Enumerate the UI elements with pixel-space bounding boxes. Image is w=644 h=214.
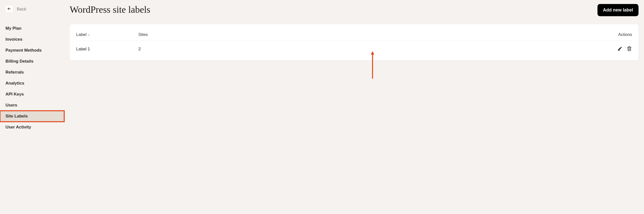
header-row: WordPress site labels Add new label [70, 4, 638, 16]
back-label[interactable]: Back [17, 7, 26, 12]
sidebar-item-api-keys[interactable]: API Keys [0, 89, 64, 100]
sidebar-item-invoices[interactable]: Invoices [0, 34, 64, 45]
sidebar-item-site-labels[interactable]: Site Labels [0, 111, 64, 122]
sidebar-item-users[interactable]: Users [0, 100, 64, 111]
table-header-row: Label ↑ Sites Actions [76, 29, 632, 41]
sidebar-item-user-activity[interactable]: User Activity [0, 122, 64, 133]
sort-arrow-up-icon: ↑ [88, 33, 90, 37]
sidebar-item-payment-methods[interactable]: Payment Methods [0, 45, 64, 56]
sidebar-item-referrals[interactable]: Referrals [0, 67, 64, 78]
delete-button[interactable] [626, 46, 632, 52]
back-row: Back [0, 4, 64, 23]
edit-button[interactable] [617, 46, 622, 52]
column-header-sites[interactable]: Sites [138, 32, 607, 37]
labels-table-card: Label ↑ Sites Actions Label 1 2 [70, 24, 638, 60]
column-label-text: Label [76, 32, 86, 37]
column-header-label[interactable]: Label ↑ [76, 32, 138, 37]
main-content: WordPress site labels Add new label Labe… [64, 0, 644, 214]
arrow-left-icon [7, 7, 11, 12]
add-new-label-button[interactable]: Add new label [598, 4, 638, 16]
svg-rect-1 [618, 50, 620, 50]
table-row: Label 1 2 [76, 41, 632, 57]
cell-sites: 2 [138, 47, 607, 52]
sidebar-item-analytics[interactable]: Analytics [0, 78, 64, 89]
cell-label: Label 1 [76, 47, 138, 52]
trash-icon [627, 46, 632, 52]
back-button[interactable] [6, 6, 13, 13]
column-header-actions: Actions [607, 32, 632, 37]
sidebar: Back My Plan Invoices Payment Methods Bi… [0, 0, 64, 214]
cell-actions [607, 46, 632, 52]
sidebar-item-my-plan[interactable]: My Plan [0, 23, 64, 34]
pencil-icon [617, 46, 622, 52]
page-title: WordPress site labels [70, 4, 150, 15]
sidebar-item-billing-details[interactable]: Billing Details [0, 56, 64, 67]
